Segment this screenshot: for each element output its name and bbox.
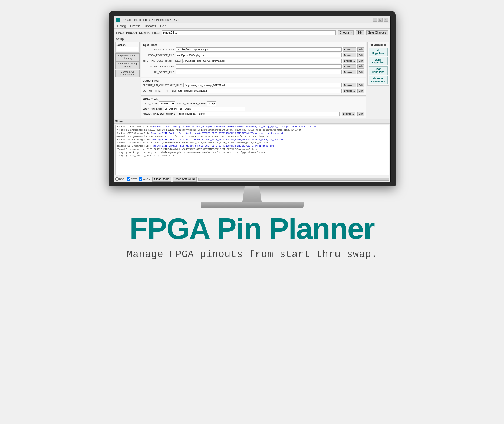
monitor-bezel: P: CadEnhance Fpga Pin Planner:[v21.8.2]…: [109, 11, 396, 186]
output-fitter-rpt-input[interactable]: [177, 89, 342, 93]
search-config-setting-button[interactable]: Search for Config Setting: [115, 61, 140, 69]
status-scrollbar[interactable]: [198, 178, 389, 181]
hdl-edit-button[interactable]: Edit: [357, 47, 364, 52]
view-set-all-config-button[interactable]: View/Set All Configuration: [115, 70, 140, 77]
clear-status-button[interactable]: Clear Status: [152, 177, 171, 182]
monitor-shell: P: CadEnhance Fpga Pin Planner:[v21.8.2]…: [103, 11, 401, 260]
lock-pin-label: LOCK_PIN_LIST:: [143, 107, 162, 110]
output-pin-constraint-input[interactable]: [183, 83, 342, 87]
stat-label: STAT:: [131, 178, 137, 180]
menu-help[interactable]: Help: [158, 24, 169, 28]
power-rail-edit-button[interactable]: Edit: [357, 112, 364, 116]
fitter-guide-input[interactable]: [176, 64, 342, 69]
config-edit-button[interactable]: Edit: [356, 30, 364, 35]
status-link-2[interactable]: Reading SITE Config File:D:/GitHub/CUSTO…: [151, 132, 284, 135]
pin-order-browse-button[interactable]: Browse ...: [343, 70, 356, 74]
warn-label: WARN:: [143, 178, 151, 180]
dbg-checkbox[interactable]: [115, 177, 119, 181]
minimize-button[interactable]: —: [373, 18, 377, 22]
package-file-row: FPGA_PACKAGE_FILE: Browse ... Edit: [143, 53, 364, 58]
pin-constraint-edit-button[interactable]: Edit: [357, 59, 364, 63]
status-line-4: Reading SITE Config File:Reading SITE Co…: [117, 139, 388, 142]
swap-fpga-pins-button[interactable]: SwapFPGA Pins: [369, 66, 388, 75]
right-panel: Fit Operations FitFpga Pins BuildFpga Fi…: [367, 42, 389, 118]
package-file-label: FPGA_PACKAGE_FILE:: [143, 54, 175, 57]
open-status-file-button[interactable]: Open Status File: [173, 177, 196, 182]
config-file-bar: FPGA_PINOUT_CONFIG_FILE: Choose-> Edit S…: [114, 29, 390, 37]
build-fpga-files-button[interactable]: BuildFpga Files: [369, 57, 388, 66]
fpga-type-row: FPGA_TYPE: XILINX ALTERA FPGA_PACKAGE_TY…: [143, 101, 364, 106]
fpga-type-select[interactable]: XILINX ALTERA: [159, 101, 175, 106]
main-content: Search: Explore Working Directory Search…: [114, 41, 390, 119]
monitor-base: [201, 202, 304, 208]
lock-pin-input[interactable]: [164, 107, 245, 111]
fit-operations-title: Fit Operations: [369, 44, 388, 46]
hdl-file-input[interactable]: [176, 47, 342, 52]
fitter-guide-label: FITTER_GUIDE_FILES:: [143, 65, 175, 68]
setup-label: Setup:: [115, 37, 126, 41]
menu-config[interactable]: Config: [115, 24, 128, 28]
output-pin-constraint-edit-button[interactable]: Edit: [357, 83, 364, 87]
status-link-6[interactable]: Reading SITE Config File:D:/GitHub/CUSTO…: [151, 145, 274, 147]
package-browse-button[interactable]: Browse ...: [343, 53, 356, 57]
fix-fpga-constraints-button[interactable]: Fix FPGAConstraints: [369, 76, 388, 84]
status-line-6: Reading SITE Config File:Reading SITE Co…: [117, 145, 388, 148]
output-fitter-rpt-edit-button[interactable]: Edit: [357, 89, 364, 93]
hdl-browse-button[interactable]: Browse ...: [343, 47, 356, 52]
warn-checkbox[interactable]: [139, 177, 142, 181]
status-area: Status Reading LOCAL Config File:Reading…: [114, 119, 390, 182]
output-files-header: Output Files:: [143, 79, 364, 82]
status-line-7: #Found 7 arguments in SITE CONFIG_FILE:D…: [117, 148, 388, 151]
close-button[interactable]: ✕: [384, 18, 388, 22]
status-link-0[interactable]: Reading LOCAL Config File:D:/boleary/Goo…: [152, 126, 317, 128]
fpga-package-type-select[interactable]: 0 1: [207, 101, 216, 106]
status-line-0: Reading LOCAL Config File:Reading LOCAL …: [117, 126, 388, 129]
fpga-package-type-item: FPGA_PACKAGE_TYPE: 0 1: [177, 101, 216, 106]
input-files-section: Input Files: INPUT_HDL_FILE: Browse ... …: [141, 42, 366, 77]
app-icon: [116, 18, 120, 22]
output-files-section: Output Files: OUTPUT_PIN_CONSTRAINT_FILE…: [141, 78, 366, 96]
explore-working-directory-button[interactable]: Explore Working Directory: [115, 53, 140, 61]
fitter-guide-browse-button[interactable]: Browse ...: [343, 64, 356, 69]
title-bar: P: CadEnhance Fpga Pin Planner:[v21.8.2]…: [114, 16, 390, 23]
pin-constraint-input[interactable]: [182, 59, 342, 63]
output-pin-constraint-browse-button[interactable]: Browse ...: [343, 83, 356, 87]
power-rail-browse-button[interactable]: Browse ...: [342, 112, 355, 116]
status-line-3: #Found 39 arguments in SITE CONFIG_FILE:…: [117, 135, 388, 139]
output-pin-constraint-row: OUTPUT_PIN_CONSTRAINT_FILE: Browse ... E…: [143, 83, 364, 88]
status-footer: DBG: STAT: WARN: Clear Status Open Statu…: [114, 176, 390, 182]
left-panel: Search: Explore Working Directory Search…: [115, 42, 140, 118]
menu-license[interactable]: License: [128, 24, 143, 28]
save-changes-button[interactable]: Save Changes: [366, 30, 388, 35]
fpga-config-section: FPGA Config: FPGA_TYPE: XILINX ALTERA: [141, 97, 366, 118]
fit-fpga-pins-button[interactable]: FitFpga Pins: [369, 48, 388, 56]
fitter-guide-row: FITTER_GUIDE_FILES: Browse ... Edit: [143, 64, 364, 69]
search-input[interactable]: [117, 47, 138, 51]
stat-checkbox[interactable]: [127, 177, 130, 181]
config-file-input[interactable]: [162, 30, 336, 35]
package-edit-button[interactable]: Edit: [357, 53, 364, 57]
page-title: FPGA Pin Planner: [109, 214, 396, 244]
monitor-screen: P: CadEnhance Fpga Pin Planner:[v21.8.2]…: [114, 16, 391, 182]
output-fitter-rpt-browse-button[interactable]: Browse ...: [343, 89, 356, 93]
package-file-input[interactable]: [176, 53, 342, 57]
hdl-file-row: INPUT_HDL_FILE: Browse ... Edit: [143, 47, 364, 52]
title-bar-left: P: CadEnhance Fpga Pin Planner:[v21.8.2]: [116, 18, 179, 22]
pin-constraint-browse-button[interactable]: Browse ...: [343, 59, 356, 63]
status-link-4[interactable]: Reading SITE Config File:D:/GitHub/CUSTO…: [151, 139, 284, 141]
output-fitter-rpt-row: OUTPUT_FITTER_RPT_FILE: Browse ... Edit: [143, 88, 364, 93]
window-title: P: CadEnhance Fpga Pin Planner:[v21.8.2]: [122, 18, 179, 21]
app-window: P: CadEnhance Fpga Pin Planner:[v21.8.2]…: [114, 16, 390, 182]
maximize-button[interactable]: □: [378, 18, 383, 22]
search-label: Search:: [117, 44, 138, 47]
power-rail-input[interactable]: [179, 112, 340, 116]
dbg-checkbox-group: DBG:: [115, 177, 125, 181]
fpga-package-type-label: FPGA_PACKAGE_TYPE:: [177, 102, 206, 105]
pin-order-input[interactable]: [176, 70, 342, 74]
choose-button[interactable]: Choose->: [338, 30, 354, 35]
fitter-guide-edit-button[interactable]: Edit: [357, 64, 364, 69]
output-fitter-rpt-label: OUTPUT_FITTER_RPT_FILE:: [143, 90, 176, 92]
menu-updates[interactable]: Updates: [143, 24, 158, 28]
pin-order-edit-button[interactable]: Edit: [357, 70, 364, 74]
pin-order-label: PIN_ORDER_FILE:: [143, 71, 175, 74]
